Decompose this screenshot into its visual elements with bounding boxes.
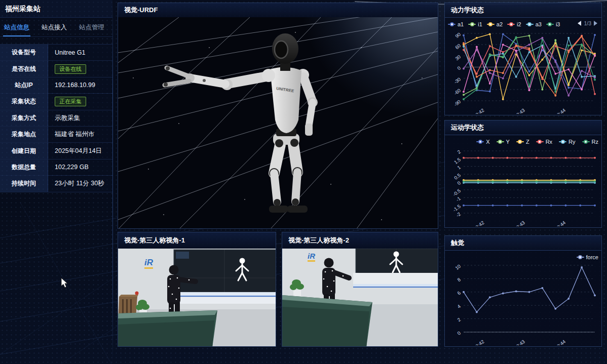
info-row: 创建日期2025年04月14日 bbox=[0, 143, 112, 159]
svg-text:-1.5: -1.5 bbox=[452, 204, 462, 213]
svg-text:-60: -60 bbox=[453, 88, 462, 96]
panel-urdf-title: 视觉-URDF bbox=[124, 6, 158, 14]
svg-text:90: 90 bbox=[454, 31, 462, 39]
legend-marker-icon bbox=[577, 257, 584, 258]
station-tabs: 站点信息站点接入站点管理 bbox=[0, 18, 112, 37]
legend-marker-icon bbox=[507, 24, 515, 25]
svg-text:08:59:42: 08:59:42 bbox=[467, 339, 485, 345]
svg-text:08:59:44: 08:59:44 bbox=[548, 220, 566, 226]
svg-text:0.5: 0.5 bbox=[453, 172, 462, 181]
cam1-scene-canvas: iR bbox=[118, 249, 276, 346]
info-label: 采集状态 bbox=[0, 94, 48, 109]
svg-text:08:59:44: 08:59:44 bbox=[548, 339, 566, 345]
info-value: Unitree G1 bbox=[48, 45, 112, 60]
panel-cam2-title: 视觉-第三人称视角-2 bbox=[288, 236, 349, 244]
legend-item-i2[interactable]: i2 bbox=[507, 21, 521, 27]
legend-item-i1[interactable]: i1 bbox=[468, 21, 482, 27]
svg-text:60: 60 bbox=[454, 43, 462, 50]
cam2-video[interactable]: iR bbox=[282, 249, 438, 346]
tab-site-access[interactable]: 站点接入 bbox=[42, 23, 67, 32]
legend-item-X[interactable]: X bbox=[476, 139, 489, 145]
tab-site-info[interactable]: 站点信息 bbox=[4, 23, 29, 32]
legend-item-Rz[interactable]: Rz bbox=[582, 139, 598, 145]
urdf-3d-viewport[interactable]: UNITREE bbox=[118, 17, 438, 228]
info-row: 持续时间23小时 11分 30秒 bbox=[0, 176, 112, 192]
info-value: 设备在线 bbox=[48, 61, 112, 76]
svg-text:08:59:43: 08:59:43 bbox=[508, 107, 526, 114]
legend-item-Z[interactable]: Z bbox=[516, 139, 529, 145]
svg-text:1.5: 1.5 bbox=[453, 156, 462, 165]
svg-text:4: 4 bbox=[456, 303, 462, 309]
panel-tactile-title: 触觉 bbox=[451, 239, 464, 247]
panel-cam1-title: 视觉-第三人称视角-1 bbox=[124, 236, 185, 244]
panel-dynamics-header: 动力学状态 bbox=[445, 3, 601, 18]
legend-item-i3[interactable]: i3 bbox=[546, 21, 560, 27]
panel-kinematics: 运动学状态 XYZRxRyRz 21.510.50-0.5-1-1.5-208:… bbox=[444, 120, 602, 228]
svg-text:08:59:44: 08:59:44 bbox=[548, 107, 566, 114]
vertical-divider bbox=[112, 0, 113, 364]
svg-text:30: 30 bbox=[454, 54, 462, 61]
legend-marker-icon bbox=[582, 141, 590, 142]
panel-tactile: 触觉 force 108642008:59:4208:59:4308:59:44 bbox=[444, 235, 602, 347]
panel-dynamics-title: 动力学状态 bbox=[451, 6, 484, 14]
svg-text:08:59:42: 08:59:42 bbox=[467, 107, 485, 114]
cam2-scene-canvas: iR bbox=[282, 249, 438, 346]
legend-marker-icon bbox=[559, 141, 566, 142]
panel-urdf-header: 视觉-URDF bbox=[118, 3, 438, 18]
info-row: 采集方式示教采集 bbox=[0, 110, 112, 127]
tactile-legend: force bbox=[448, 252, 598, 262]
legend-item-Ry[interactable]: Ry bbox=[559, 139, 575, 145]
cam1-wall-logo: iR bbox=[144, 258, 154, 267]
info-value: 192.168.10.99 bbox=[48, 77, 112, 93]
panel-kinematics-header: 运动学状态 bbox=[445, 120, 601, 135]
svg-text:-0.5: -0.5 bbox=[452, 188, 462, 197]
panel-urdf: 视觉-URDF bbox=[118, 3, 438, 229]
legend-item-Rx[interactable]: Rx bbox=[536, 139, 552, 145]
status-badge: 正在采集 bbox=[55, 97, 86, 106]
tab-site-manage[interactable]: 站点管理 bbox=[79, 23, 104, 32]
legend-marker-icon bbox=[526, 24, 534, 25]
info-value: 示教采集 bbox=[48, 110, 112, 126]
svg-text:2: 2 bbox=[456, 317, 462, 323]
info-label: 创建日期 bbox=[0, 143, 48, 158]
svg-text:-30: -30 bbox=[453, 76, 462, 85]
legend-next-icon[interactable] bbox=[594, 21, 597, 26]
dynamics-chart-canvas: 9060300-30-60-9008:59:4208:59:4308:59:44 bbox=[445, 29, 602, 114]
cam1-video[interactable]: iR bbox=[118, 249, 276, 346]
kinematics-chart-canvas: 21.510.50-0.5-1-1.5-208:59:4208:59:4308:… bbox=[445, 147, 602, 226]
svg-text:8: 8 bbox=[456, 276, 462, 282]
legend-item-a1[interactable]: a1 bbox=[448, 21, 464, 27]
info-label: 数据总量 bbox=[0, 159, 48, 175]
legend-item-a3[interactable]: a3 bbox=[526, 21, 542, 27]
legend-marker-icon bbox=[487, 24, 495, 25]
svg-text:10: 10 bbox=[454, 263, 462, 271]
info-row: 采集状态正在采集 bbox=[0, 94, 112, 110]
info-value: 2025年04月14日 bbox=[48, 143, 112, 158]
info-row: 设备型号Unitree G1 bbox=[0, 45, 112, 61]
legend-prev-icon[interactable] bbox=[578, 21, 581, 26]
svg-text:0: 0 bbox=[456, 330, 462, 336]
info-label: 是否在线 bbox=[0, 61, 48, 76]
info-value: 102,229 GB bbox=[48, 159, 112, 175]
legend-page-label: 1/3 bbox=[584, 20, 591, 26]
panel-kinematics-title: 运动学状态 bbox=[451, 124, 484, 131]
station-info-table: 设备型号Unitree G1是否在线设备在线站点IP192.168.10.99采… bbox=[0, 44, 112, 192]
legend-marker-icon bbox=[448, 24, 456, 25]
legend-marker-icon bbox=[516, 141, 524, 142]
kinematics-legend: XYZRxRyRz bbox=[448, 137, 598, 147]
mouse-cursor bbox=[61, 277, 69, 289]
tactile-chart-canvas: 108642008:59:4208:59:4308:59:44 bbox=[445, 261, 602, 345]
info-row: 站点IP192.168.10.99 bbox=[0, 77, 112, 94]
station-title: 福州采集站 bbox=[0, 0, 112, 18]
info-value: 福建省 福州市 bbox=[48, 127, 112, 142]
urdf-scene-canvas: UNITREE bbox=[118, 17, 438, 228]
svg-text:08:59:43: 08:59:43 bbox=[508, 339, 526, 345]
svg-text:2: 2 bbox=[456, 149, 462, 155]
legend-item-Y[interactable]: Y bbox=[497, 139, 510, 145]
status-badge: 设备在线 bbox=[55, 64, 86, 74]
legend-item-a2[interactable]: a2 bbox=[487, 21, 503, 27]
panel-cam2: 视觉-第三人称视角-2 iR bbox=[282, 232, 438, 347]
panel-dynamics: 动力学状态 a1i1a2i2a3i3 1/3 9060300-30-60-900… bbox=[444, 3, 602, 115]
info-row: 数据总量102,229 GB bbox=[0, 159, 112, 176]
legend-item-force[interactable]: force bbox=[577, 254, 598, 260]
